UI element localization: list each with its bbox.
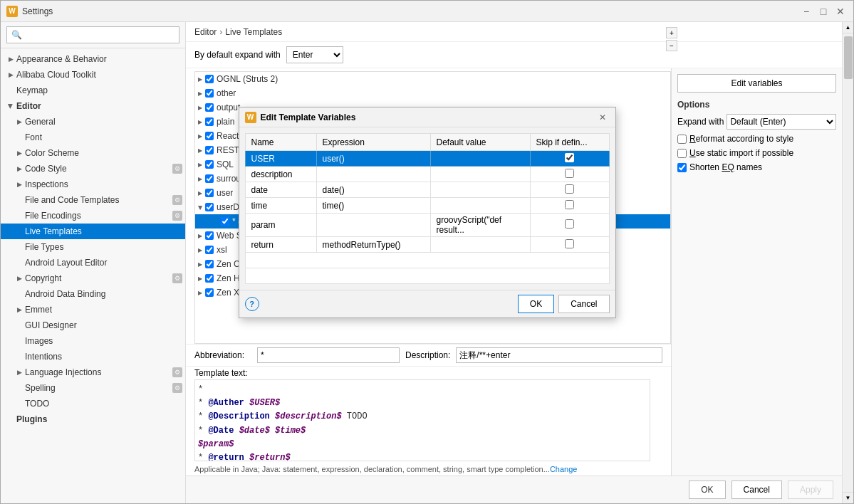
sidebar-item-appearance[interactable]: ▶ Appearance & Behavior: [1, 51, 185, 67]
ok-button[interactable]: OK: [689, 481, 725, 499]
group-checkbox-react[interactable]: [205, 132, 214, 140]
minimize-button[interactable]: −: [799, 4, 813, 19]
apply-button[interactable]: Apply: [788, 481, 833, 499]
group-name: xsl: [217, 245, 227, 255]
group-checkbox-xsl[interactable]: [205, 246, 214, 254]
window-controls: − □ ✕: [799, 4, 848, 19]
var-skip: [530, 167, 609, 182]
group-checkbox-zenxsl[interactable]: [205, 288, 214, 297]
shorten-eq-checkbox[interactable]: [677, 163, 687, 172]
sidebar-item-emmet[interactable]: ▶ Emmet: [1, 302, 185, 317]
table-row[interactable]: return methodReturnType(): [245, 237, 609, 253]
sidebar-item-alibaba[interactable]: ▶ Alibaba Cloud Toolkit: [1, 67, 185, 83]
group-arrow-icon: ▶: [198, 233, 202, 239]
maximize-button[interactable]: □: [816, 4, 830, 19]
table-row[interactable]: time time(): [245, 198, 609, 214]
group-checkbox-user[interactable]: [205, 189, 214, 197]
sidebar-item-plugins[interactable]: ▶ Plugins: [1, 411, 185, 427]
sidebar-item-codestyle[interactable]: ▶ Code Style ⚙: [1, 161, 185, 177]
table-row[interactable]: USER user(): [245, 151, 609, 167]
skip-checkbox[interactable]: [565, 153, 574, 162]
sidebar-item-copyright[interactable]: ▶ Copyright ⚙: [1, 271, 185, 286]
arrow-icon: ▶: [15, 180, 24, 189]
group-checkbox-ognl[interactable]: [205, 75, 214, 83]
sidebar-item-spelling[interactable]: ▶ Spelling ⚙: [1, 380, 185, 396]
table-row[interactable]: description: [245, 167, 609, 182]
search-wrapper[interactable]: 🔍: [6, 26, 179, 43]
table-row[interactable]: date date(): [245, 182, 609, 198]
sidebar-item-editor[interactable]: ▶ Editor: [1, 98, 185, 114]
sidebar-item-general[interactable]: ▶ General: [1, 114, 185, 130]
modal-close-button[interactable]: ✕: [595, 110, 610, 125]
expand-with-option-row: Expand with Default (Enter): [677, 114, 836, 130]
expand-with-option-dropdown[interactable]: Default (Enter): [727, 114, 836, 130]
sidebar-item-inspections[interactable]: ▶ Inspections: [1, 177, 185, 192]
group-checkbox-userdefeine[interactable]: [205, 203, 214, 211]
group-checkbox-sql[interactable]: [205, 160, 214, 169]
skip-checkbox[interactable]: [565, 200, 574, 209]
group-checkbox-restful[interactable]: [205, 146, 214, 154]
edit-variables-button[interactable]: Edit variables: [677, 74, 836, 93]
sidebar-item-intentions[interactable]: ▶ Intentions: [1, 349, 185, 364]
static-import-checkbox[interactable]: [677, 149, 687, 158]
sidebar-item-keymap[interactable]: ▶ Keymap: [1, 83, 185, 98]
modal-bottom: ? OK Cancel: [239, 290, 615, 317]
scroll-track: [843, 33, 853, 492]
scroll-up-button[interactable]: ▲: [843, 22, 854, 33]
abbreviation-input[interactable]: [257, 347, 400, 363]
template-text-area[interactable]: * * @Auther $USER$ * @Description $descr…: [194, 379, 650, 461]
sidebar-item-androidlayout[interactable]: ▶ Android Layout Editor: [1, 255, 185, 271]
group-checkbox-zencss[interactable]: [205, 260, 214, 268]
sidebar-item-filetypes[interactable]: ▶ File Types: [1, 239, 185, 255]
reformat-checkbox[interactable]: [677, 135, 687, 144]
template-item-checkbox[interactable]: [221, 217, 229, 226]
sidebar-item-livetemplates[interactable]: ▶ Live Templates: [1, 224, 185, 239]
cancel-button[interactable]: Cancel: [731, 481, 782, 499]
table-row[interactable]: param groovyScript("def result...: [245, 214, 609, 237]
var-expression: user(): [316, 151, 430, 167]
modal-cancel-button[interactable]: Cancel: [558, 295, 609, 313]
skip-checkbox[interactable]: [565, 169, 574, 178]
sidebar-item-label: General: [25, 117, 56, 127]
window-title: Settings: [22, 6, 799, 16]
template-group-ognl[interactable]: ▶ OGNL (Struts 2): [195, 72, 670, 86]
breadcrumb: Editor › Live Templates: [186, 22, 842, 42]
sidebar-item-label: GUI Designer: [25, 320, 77, 330]
sidebar-item-todo[interactable]: ▶ TODO: [1, 396, 185, 411]
group-arrow-icon: ▶: [197, 205, 204, 209]
arrow-icon: ▶: [6, 102, 15, 110]
sidebar-item-font[interactable]: ▶ Font: [1, 130, 185, 145]
sidebar-item-label: File Encodings: [25, 211, 81, 221]
group-name: OGNL (Struts 2): [217, 74, 278, 84]
skip-checkbox[interactable]: [565, 184, 574, 194]
sidebar-item-label: Live Templates: [25, 226, 82, 236]
sidebar-item-colorscheme[interactable]: ▶ Color Scheme: [1, 145, 185, 161]
help-button[interactable]: ?: [245, 297, 259, 311]
group-checkbox-webservices[interactable]: [205, 231, 214, 240]
sidebar-item-androiddatabinding[interactable]: ▶ Android Data Binding: [1, 286, 185, 302]
group-checkbox-output[interactable]: [205, 103, 214, 112]
var-name: param: [245, 214, 316, 237]
group-checkbox-zenhtml[interactable]: [205, 274, 214, 283]
expand-with-dropdown[interactable]: Enter: [286, 46, 343, 63]
scroll-down-button[interactable]: ▼: [843, 492, 854, 503]
search-input[interactable]: [25, 30, 175, 40]
skip-checkbox[interactable]: [565, 219, 574, 229]
close-button[interactable]: ✕: [833, 4, 848, 19]
sidebar-item-guidesigner[interactable]: ▶ GUI Designer: [1, 317, 185, 333]
sidebar-item-fileencodings[interactable]: ▶ File Encodings ⚙: [1, 208, 185, 224]
template-group-other[interactable]: ▶ other: [195, 86, 670, 100]
applicable-change-link[interactable]: Change: [550, 465, 578, 473]
settings-icon: ⚙: [172, 383, 182, 393]
group-checkbox-surround[interactable]: [205, 174, 214, 183]
sidebar-item-languageinjections[interactable]: ▶ Language Injections ⚙: [1, 364, 185, 380]
skip-checkbox[interactable]: [565, 239, 574, 248]
modal-ok-button[interactable]: OK: [518, 295, 554, 313]
group-checkbox-other[interactable]: [205, 89, 214, 98]
description-input[interactable]: [456, 347, 662, 363]
sidebar-item-filecodetemplates[interactable]: ▶ File and Code Templates ⚙: [1, 192, 185, 208]
group-checkbox-plain[interactable]: [205, 117, 214, 126]
sidebar-item-images[interactable]: ▶ Images: [1, 333, 185, 349]
scroll-thumb[interactable]: [844, 36, 853, 79]
arrow-icon: ▶: [15, 305, 24, 314]
